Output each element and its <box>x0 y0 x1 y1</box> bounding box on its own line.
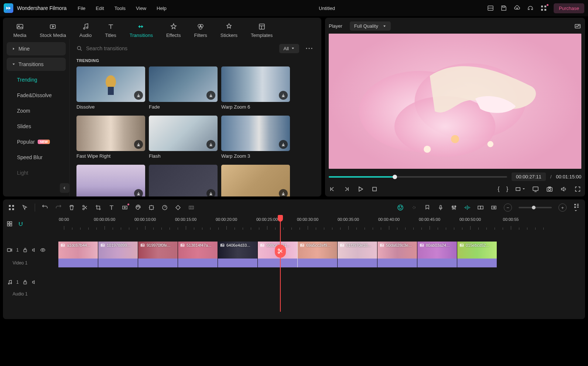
download-icon[interactable] <box>134 189 143 196</box>
zoom-out-button[interactable]: − <box>504 203 512 212</box>
cursor-icon[interactable] <box>21 204 28 211</box>
timeline-view-button[interactable] <box>573 203 580 212</box>
display-button[interactable] <box>532 185 539 193</box>
menu-view[interactable]: View <box>136 6 146 11</box>
ai-portrait-button[interactable] <box>397 204 404 211</box>
sparkle-button[interactable] <box>411 204 417 211</box>
redo-button[interactable] <box>55 204 62 211</box>
tab-stock-media[interactable]: Stock Media <box>37 21 69 39</box>
mute-button[interactable] <box>31 247 37 253</box>
prev-frame-button[interactable] <box>329 185 336 193</box>
download-icon[interactable] <box>134 91 143 100</box>
transition-thumbnail[interactable] <box>149 116 218 151</box>
transition-thumbnail[interactable] <box>221 66 290 102</box>
color-button[interactable] <box>135 204 141 211</box>
tab-filters[interactable]: Filters <box>191 21 210 39</box>
timeline-clip[interactable]: 69a5cc2ef9... <box>298 242 338 267</box>
nav-zoom[interactable]: Zoom <box>7 104 66 117</box>
nav-trending[interactable]: Trending <box>7 73 66 86</box>
timeline-clip[interactable]: 513814f47a... <box>178 242 218 267</box>
nav-fade-dissolve[interactable]: Fade&Dissolve <box>7 89 66 102</box>
visibility-button[interactable] <box>40 247 45 253</box>
tab-stickers[interactable]: Stickers <box>218 21 240 39</box>
menu-help[interactable]: Help <box>157 6 167 11</box>
menu-file[interactable]: File <box>78 6 85 11</box>
fullscreen-button[interactable] <box>574 185 581 193</box>
transition-thumbnail[interactable] <box>221 165 290 196</box>
transition-card[interactable]: Flash <box>149 116 218 159</box>
collapse-sidebar-button[interactable] <box>60 183 69 193</box>
next-frame-button[interactable] <box>343 185 350 193</box>
transition-thumbnail[interactable] <box>76 165 145 196</box>
search-box[interactable] <box>76 45 275 51</box>
voiceover-button[interactable] <box>437 204 444 211</box>
nav-speed-blur[interactable]: Speed Blur <box>7 151 66 164</box>
download-icon[interactable] <box>279 140 288 149</box>
audio-lock-button[interactable] <box>23 280 28 285</box>
save-icon[interactable] <box>500 5 507 11</box>
nav-light[interactable]: Light <box>7 166 66 179</box>
transition-card[interactable]: Warp Zoom 6 <box>221 66 290 110</box>
grid-icon[interactable] <box>8 204 15 211</box>
progress-knob[interactable] <box>393 175 397 179</box>
mask-button[interactable] <box>188 204 195 211</box>
transition-card[interactable]: Fast Wipe Right <box>76 116 145 159</box>
transition-card[interactable]: Fade <box>149 66 218 110</box>
marker-button[interactable] <box>424 204 431 211</box>
menu-edit[interactable]: Edit <box>96 6 104 11</box>
zoom-in-button[interactable]: + <box>558 203 567 212</box>
transition-card[interactable]: Dissolve <box>76 66 145 110</box>
lock-button[interactable] <box>23 247 28 253</box>
volume-button[interactable] <box>560 185 567 193</box>
filter-dropdown[interactable]: All <box>279 44 299 53</box>
zoom-slider[interactable] <box>519 207 552 208</box>
transition-card[interactable] <box>76 165 145 196</box>
expand-button[interactable] <box>122 204 128 211</box>
nav-transitions[interactable]: Transitions <box>7 58 66 71</box>
search-input[interactable] <box>86 45 275 51</box>
apps-icon[interactable] <box>540 5 547 11</box>
audio-track-mute-button[interactable] <box>31 280 37 285</box>
timeline-clip[interactable]: 61f3970e18... <box>338 242 377 267</box>
playhead[interactable] <box>280 216 281 312</box>
transition-thumbnail[interactable] <box>76 116 145 151</box>
tab-audio[interactable]: Audio <box>76 21 95 39</box>
download-icon[interactable] <box>279 189 288 196</box>
play-button[interactable] <box>357 185 364 193</box>
purchase-button[interactable]: Purchase <box>554 3 584 13</box>
transition-thumbnail[interactable] <box>149 66 218 102</box>
text-button[interactable] <box>108 204 115 211</box>
timeline-clip[interactable]: 015ebcd52... <box>457 242 497 267</box>
timeline-clip[interactable]: a1dc67b44... <box>58 242 98 267</box>
timeline-clip[interactable]: 6406e4d33... <box>218 242 258 267</box>
transition-thumbnail[interactable] <box>149 165 218 196</box>
download-icon[interactable] <box>134 140 143 149</box>
transition-card[interactable] <box>149 165 218 196</box>
nav-slides[interactable]: Slides <box>7 120 66 133</box>
mark-in-button[interactable]: { <box>498 186 499 192</box>
crop-button[interactable] <box>95 204 102 211</box>
track-manager-button[interactable] <box>7 221 13 227</box>
download-icon[interactable] <box>206 189 215 196</box>
tab-titles[interactable]: Titles <box>102 21 119 39</box>
tab-templates[interactable]: Templates <box>248 21 276 39</box>
timeline-clip[interactable]: 50da628c3e... <box>377 242 417 267</box>
tab-effects[interactable]: Effects <box>163 21 184 39</box>
audio-mixer-button[interactable] <box>451 204 457 211</box>
transition-thumbnail[interactable] <box>76 66 145 102</box>
download-icon[interactable] <box>279 91 288 100</box>
speed-button[interactable] <box>161 204 168 211</box>
auto-beat-button[interactable] <box>464 204 471 211</box>
quality-dropdown[interactable]: Full Quality <box>350 21 391 31</box>
stop-button[interactable] <box>371 185 378 193</box>
headset-icon[interactable] <box>527 5 534 11</box>
compound-button[interactable] <box>477 204 484 211</box>
nav-mine[interactable]: Mine <box>7 42 66 55</box>
audio-track[interactable] <box>58 275 585 291</box>
render-button[interactable] <box>490 204 497 211</box>
ratio-button[interactable] <box>515 185 525 193</box>
transition-card[interactable]: Warp Zoom 3 <box>221 116 290 159</box>
timeline-clip[interactable]: 101978899... <box>98 242 138 267</box>
download-icon[interactable] <box>206 140 215 149</box>
scope-icon[interactable] <box>574 23 581 30</box>
